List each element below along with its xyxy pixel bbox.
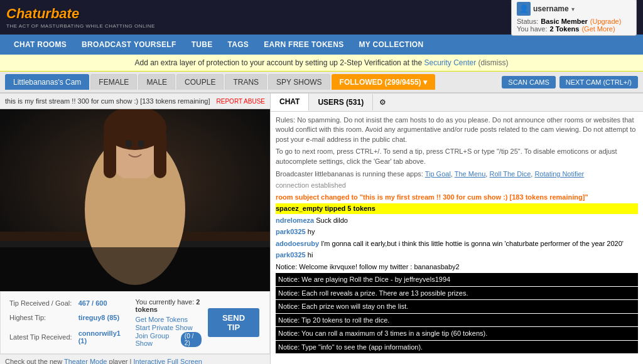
nav-tags[interactable]: TAGS — [220, 35, 257, 55]
video-placeholder — [0, 109, 270, 291]
tokens-value: 2 Tokens — [550, 25, 580, 33]
avatar: 👤 — [517, 2, 531, 16]
chat-rules-text: Rules: No spamming. Do not insist the ca… — [276, 115, 638, 144]
video-panel: this is my first stream !! 300 for cum s… — [0, 94, 270, 364]
tab-followed[interactable]: FOLLOWED (299/9455) ▾ — [332, 74, 435, 90]
chat-notice-1: Notice: We are playing Roll the Dice - b… — [276, 273, 638, 286]
chat-msg-2: park0325 hy — [276, 227, 638, 237]
chat-ctrl-text: To go to next room, press CTRL+/. To sen… — [276, 147, 638, 166]
user-panel: 👤 username ▾ Status: Basic Member (Upgra… — [511, 0, 637, 36]
logo: Chaturbate THE ACT OF MASTURBATING WHILE… — [6, 6, 155, 29]
tab-trans[interactable]: TRANS — [225, 74, 267, 90]
highest-tip-label: Highest Tip: — [7, 311, 75, 324]
tip-info-panel: Tip Received / Goal: 467 / 600 You curre… — [0, 291, 270, 354]
chat-notice-2: Notice: Each roll reveals a prize. There… — [276, 287, 638, 300]
nav-collection[interactable]: MY COLLECTION — [351, 35, 431, 55]
app-rotating-notifier[interactable]: Rotating Notifier — [534, 170, 584, 178]
tokens-label: You have: — [517, 25, 548, 33]
tab-spy-shows[interactable]: SPY SHOWS — [268, 74, 330, 90]
tab-female[interactable]: FEMALE — [90, 74, 137, 90]
stream-title-text: this is my first stream !! 300 for cum s… — [5, 97, 217, 105]
chat-tipped-msg: spacez_empty tipped 5 tokens — [276, 203, 638, 214]
chat-subject-change: room subject changed to "this is my firs… — [276, 192, 638, 203]
chat-msg-4: park0325 hi — [276, 250, 638, 260]
send-tip-button[interactable]: SEND TIP — [208, 308, 259, 337]
chat-msg-3: adodoesruby I'm gonna call it early,but … — [276, 238, 638, 249]
chat-notice-4: Notice: Tip 20 tokens to roll the dice. — [276, 314, 638, 327]
latest-tip-label: Latest Tip Received: — [7, 326, 75, 348]
chat-notice-3: Notice: Each prize won will stay on the … — [276, 300, 638, 313]
dismiss-link[interactable]: (dismiss) — [478, 58, 509, 67]
tab-users[interactable]: USERS (531) — [309, 94, 373, 110]
tip-goal-label: Tip Received / Goal: — [7, 297, 75, 310]
apps-line: Broadcaster littlebananas is running the… — [276, 169, 638, 179]
chat-notice-red: Notice: Welcome ikrvquxe! follow my twit… — [276, 262, 638, 272]
svg-rect-11 — [110, 178, 160, 241]
nav-earn-tokens[interactable]: EARN FREE TOKENS — [256, 35, 351, 55]
stream-title-bar: this is my first stream !! 300 for cum s… — [0, 94, 270, 109]
chat-panel: CHAT USERS (531) ⚙ Rules: No spamming. D… — [270, 94, 643, 364]
chat-tabs: CHAT USERS (531) ⚙ — [271, 94, 643, 112]
tip-goal-value: 467 / 600 — [76, 297, 129, 310]
app-tip-goal[interactable]: Tip Goal — [425, 170, 451, 178]
tab-chat[interactable]: CHAT — [271, 94, 309, 111]
start-private-show-link[interactable]: Start Private Show — [136, 324, 202, 331]
svg-point-9 — [126, 140, 132, 147]
get-more-tokens-link[interactable]: Get More Tokens — [136, 316, 202, 323]
chat-notice-6: Notice: Type "info" to see the (app info… — [276, 341, 638, 354]
video-container[interactable] — [0, 109, 270, 291]
app-menu[interactable]: The Menu — [455, 170, 486, 178]
status-value: Basic Member — [541, 18, 588, 25]
chat-connection: connection established — [276, 180, 638, 191]
security-center-link[interactable]: Security Center — [424, 58, 476, 67]
logo-text: Chaturbate — [6, 6, 155, 22]
notif-text: Add an extra layer of protection to your… — [135, 58, 423, 67]
join-group-show-link[interactable]: Join Group Show — [136, 332, 178, 347]
latest-tip-value: connorwilly1 (1) — [76, 326, 129, 348]
cam-tabs-bar: Littlebananas's Cam FEMALE MALE COUPLE T… — [0, 72, 643, 94]
svg-rect-7 — [104, 128, 116, 178]
main-content: this is my first stream !! 300 for cum s… — [0, 94, 643, 364]
tab-active-cam[interactable]: Littlebananas's Cam — [5, 74, 89, 90]
tab-male[interactable]: MALE — [138, 74, 175, 90]
nav-tube[interactable]: TUBE — [184, 35, 220, 55]
svg-rect-8 — [154, 128, 166, 178]
next-cam-button[interactable]: NEXT CAM (CTRL+/) — [559, 76, 638, 88]
upgrade-link[interactable]: (Upgrade) — [590, 18, 622, 25]
report-abuse-button[interactable]: REPORT ABUSE — [217, 98, 265, 105]
chevron-down-icon[interactable]: ▾ — [571, 6, 575, 13]
svg-point-10 — [138, 140, 144, 147]
tab-gear[interactable]: ⚙ — [373, 94, 392, 110]
chat-messages: Rules: No spamming. Do not insist the ca… — [271, 112, 643, 364]
chat-notice-5: Notice: You can roll a maximum of 3 time… — [276, 327, 638, 340]
tokens-current-label: You currently have: 2 tokens — [136, 298, 202, 313]
chat-msg-1: ndrelomeza Suck dildo — [276, 215, 638, 226]
group-show-badge: (0 / 2) — [181, 332, 202, 347]
tagline: THE ACT OF MASTURBATING WHILE CHATTING O… — [6, 23, 155, 29]
app-roll-dice[interactable]: Roll The Dice — [489, 170, 531, 178]
theater-mode-link[interactable]: Theater Mode — [64, 358, 107, 364]
svg-rect-12 — [0, 247, 270, 291]
interactive-fullscreen-link[interactable]: Interactive Full Screen — [133, 358, 202, 364]
nav-broadcast[interactable]: BROADCAST YOURSELF — [74, 35, 184, 55]
nav-chat-rooms[interactable]: CHAT ROOMS — [6, 35, 74, 55]
theater-bar: Check out the new Theater Mode player | … — [0, 354, 270, 364]
navigation: CHAT ROOMS BROADCAST YOURSELF TUBE TAGS … — [0, 35, 643, 55]
scan-cams-button[interactable]: SCAN CAMS — [502, 76, 555, 88]
header: Chaturbate THE ACT OF MASTURBATING WHILE… — [0, 0, 643, 35]
username-label: username — [533, 4, 569, 13]
highest-tip-value: tireguy8 (85) — [76, 311, 129, 324]
status-label: Status: — [517, 18, 538, 25]
get-more-link[interactable]: (Get More) — [581, 25, 615, 33]
notification-bar: Add an extra layer of protection to your… — [0, 55, 643, 72]
tab-couple[interactable]: COUPLE — [176, 74, 224, 90]
